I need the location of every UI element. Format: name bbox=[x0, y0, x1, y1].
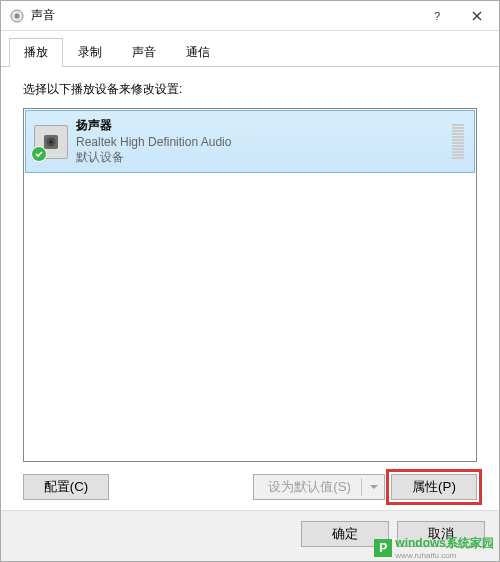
chevron-down-icon bbox=[370, 485, 378, 489]
window-controls: ? bbox=[417, 2, 497, 30]
device-name: 扬声器 bbox=[76, 117, 452, 134]
tab-communications[interactable]: 通信 bbox=[171, 38, 225, 67]
tab-recording[interactable]: 录制 bbox=[63, 38, 117, 67]
tab-content: 选择以下播放设备来修改设置: 扬声器 bbox=[1, 67, 499, 510]
watermark: P windows系统家园 www.ruhaifu.com bbox=[368, 533, 500, 562]
set-default-button: 设为默认值(S) bbox=[253, 474, 385, 500]
properties-button[interactable]: 属性(P) bbox=[391, 474, 477, 500]
titlebar: 声音 ? bbox=[1, 1, 499, 31]
close-button[interactable] bbox=[457, 2, 497, 30]
help-button[interactable]: ? bbox=[417, 2, 457, 30]
watermark-flag-icon: P bbox=[374, 539, 392, 557]
tabs: 播放 录制 声音 通信 bbox=[1, 31, 499, 67]
speaker-icon bbox=[34, 125, 68, 159]
instruction-text: 选择以下播放设备来修改设置: bbox=[23, 81, 477, 98]
set-default-label: 设为默认值(S) bbox=[268, 478, 351, 496]
tab-sounds[interactable]: 声音 bbox=[117, 38, 171, 67]
configure-button[interactable]: 配置(C) bbox=[23, 474, 109, 500]
device-text: 扬声器 Realtek High Definition Audio 默认设备 bbox=[76, 117, 452, 166]
svg-point-1 bbox=[15, 13, 20, 18]
dropdown-separator bbox=[361, 478, 362, 496]
sound-app-icon bbox=[9, 8, 25, 24]
device-item[interactable]: 扬声器 Realtek High Definition Audio 默认设备 bbox=[25, 110, 475, 173]
watermark-text: windows系统家园 www.ruhaifu.com bbox=[395, 535, 494, 560]
level-meter bbox=[452, 124, 466, 159]
sound-dialog: 声音 ? 播放 录制 声音 通信 选择以下播放设备来修改设置: bbox=[0, 0, 500, 562]
tab-playback[interactable]: 播放 bbox=[9, 38, 63, 67]
window-title: 声音 bbox=[31, 7, 417, 24]
svg-text:?: ? bbox=[434, 11, 440, 21]
device-status: 默认设备 bbox=[76, 149, 452, 166]
device-description: Realtek High Definition Audio bbox=[76, 135, 452, 149]
svg-point-7 bbox=[50, 140, 53, 143]
device-list[interactable]: 扬声器 Realtek High Definition Audio 默认设备 bbox=[23, 108, 477, 462]
default-badge-icon bbox=[31, 146, 47, 162]
bottom-button-row: 配置(C) 设为默认值(S) 属性(P) bbox=[23, 474, 477, 500]
